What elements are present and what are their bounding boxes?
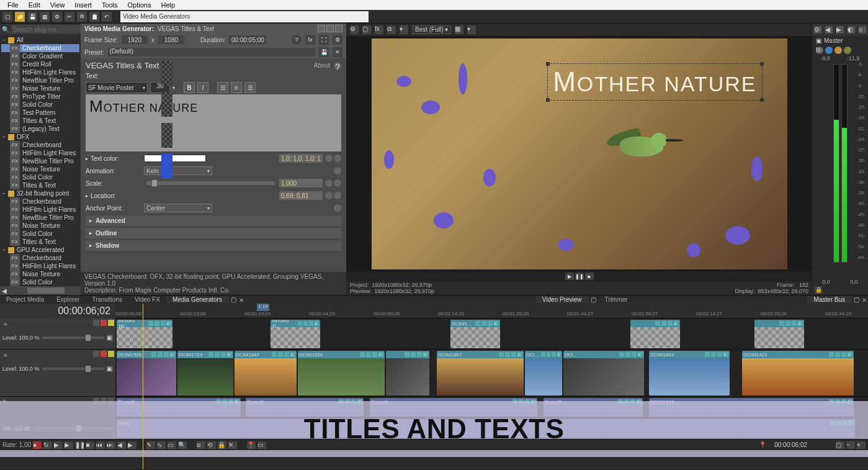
tree-item[interactable]: FXNoise Texture bbox=[1, 84, 79, 93]
auto-ripple-button[interactable]: ⟲ bbox=[207, 441, 216, 449]
grid-icon[interactable]: ▦ bbox=[455, 25, 463, 34]
render-icon[interactable]: ▦ bbox=[40, 12, 50, 22]
pause-button[interactable]: ❚❚ bbox=[575, 273, 584, 280]
tree-item[interactable]: FXNoise Texture bbox=[1, 222, 79, 230]
tree-item[interactable]: FXTitles & Text bbox=[1, 117, 79, 125]
clip[interactable]: DCIM1029≡ bbox=[298, 351, 385, 395]
clip[interactable]: ≡ bbox=[386, 351, 429, 395]
reset-icon[interactable] bbox=[334, 192, 341, 199]
playhead[interactable] bbox=[143, 304, 143, 469]
shadow-section[interactable]: ▸Shadow bbox=[86, 240, 341, 251]
master-fx-icon[interactable]: fx bbox=[816, 47, 823, 54]
clip[interactable]: DCI...≡ bbox=[525, 351, 562, 395]
record-button[interactable]: ● bbox=[33, 441, 42, 449]
tab-undock-icon[interactable]: ▢ bbox=[228, 296, 239, 303]
tab-explorer[interactable]: Explorer bbox=[50, 296, 86, 303]
tree-item[interactable]: FXCheckerboard bbox=[1, 44, 79, 52]
tree-item[interactable]: FXNewBlue Titler Pro bbox=[1, 157, 79, 165]
tree-item[interactable]: FXTest Pattern bbox=[1, 109, 79, 117]
about-link[interactable]: About bbox=[314, 62, 330, 69]
menu-view[interactable]: View bbox=[45, 1, 70, 9]
tree-folder[interactable]: −GPU Accelerated bbox=[1, 246, 79, 254]
menu-tools[interactable]: Tools bbox=[97, 1, 123, 9]
preview-settings-icon[interactable]: ⚙ bbox=[350, 25, 359, 34]
next-frame-button[interactable]: ▶ bbox=[128, 441, 136, 449]
master-mute-icon[interactable] bbox=[825, 47, 833, 54]
copy-icon[interactable]: ⧉ bbox=[77, 12, 87, 22]
tab-transitions[interactable]: Transitions bbox=[86, 296, 128, 303]
advanced-section[interactable]: ▸Advanced bbox=[86, 215, 341, 226]
properties-icon[interactable]: ⚙ bbox=[52, 12, 62, 22]
play-button[interactable]: ▶ bbox=[65, 441, 73, 449]
go-end-button[interactable]: ⏭ bbox=[107, 441, 115, 449]
next-icon[interactable]: ▶ bbox=[836, 26, 844, 34]
align-left-button[interactable]: ☰ bbox=[217, 82, 228, 93]
master-settings-icon[interactable]: ⚙ bbox=[814, 26, 821, 34]
tab-master-bus[interactable]: Master Bus bbox=[807, 296, 851, 303]
tree-item[interactable]: FXCheckerboard bbox=[1, 254, 79, 262]
tree-hscroll[interactable]: ◀ bbox=[0, 286, 81, 295]
tree-item[interactable]: FXCheckerboard bbox=[1, 141, 79, 149]
delete-preset-icon[interactable]: ✕ bbox=[333, 47, 342, 57]
reset-icon[interactable] bbox=[334, 167, 341, 174]
mute-icon[interactable] bbox=[101, 351, 107, 357]
prev-icon[interactable]: ◀ bbox=[825, 26, 833, 34]
tree-item[interactable]: FXHitFilm Light Flares bbox=[1, 262, 79, 270]
marker-button[interactable]: 📍 bbox=[247, 441, 256, 449]
open-icon[interactable]: 📁 bbox=[15, 12, 25, 22]
scale-slider[interactable] bbox=[146, 181, 274, 185]
duration-input[interactable] bbox=[229, 35, 266, 44]
tab-video-preview[interactable]: Video Preview bbox=[536, 296, 588, 303]
master-expand-icon[interactable]: ▣ bbox=[816, 37, 821, 44]
frame-height-input[interactable] bbox=[158, 35, 184, 44]
frame-width-input[interactable] bbox=[122, 35, 148, 44]
play-start-button[interactable]: ▶ bbox=[54, 441, 63, 449]
clip[interactable]: ≡ bbox=[630, 320, 680, 348]
split-icon[interactable]: ⧉ bbox=[387, 25, 396, 34]
reset-icon[interactable] bbox=[334, 179, 341, 187]
menu-insert[interactable]: Insert bbox=[69, 1, 97, 9]
mute-icon[interactable] bbox=[101, 320, 107, 326]
tree-folder[interactable]: −OFX bbox=[1, 133, 79, 141]
save-preset-icon[interactable]: 💾 bbox=[319, 47, 329, 57]
reset-icon[interactable] bbox=[334, 155, 341, 162]
edit-tool-button[interactable]: ✎ bbox=[146, 441, 155, 449]
preset-thumb[interactable] bbox=[161, 154, 172, 179]
grid-view-icon[interactable] bbox=[326, 25, 334, 32]
text-color-swatch[interactable] bbox=[144, 155, 206, 162]
tree-item[interactable]: FXHitFilm Light Flares bbox=[1, 206, 79, 214]
pause-button[interactable]: ❚❚ bbox=[75, 441, 84, 449]
expand-icon[interactable]: ▣ bbox=[107, 335, 113, 341]
menu-edit[interactable]: Edit bbox=[24, 1, 45, 9]
master-solo-icon[interactable] bbox=[834, 47, 842, 54]
overlay-icon[interactable]: ▾ bbox=[467, 25, 476, 34]
tab-trimmer[interactable]: Trimmer bbox=[599, 296, 634, 303]
keyframe-icon[interactable] bbox=[325, 192, 333, 199]
track-header[interactable]: ≡ Level: 100,0 %▣ bbox=[0, 350, 115, 396]
solo-icon[interactable] bbox=[108, 351, 114, 357]
stop-button[interactable]: ■ bbox=[585, 273, 594, 280]
location-value[interactable] bbox=[279, 191, 323, 200]
fx-icon[interactable]: fx bbox=[305, 35, 315, 45]
clip[interactable]: DCIM1867≡ bbox=[437, 351, 524, 395]
text-canvas[interactable]: MMother natureother nature bbox=[86, 94, 341, 151]
new-project-icon[interactable]: ▢ bbox=[2, 12, 12, 22]
tab-undock-icon[interactable]: ▢ bbox=[851, 296, 862, 303]
lock-icon[interactable]: 🔒 bbox=[815, 286, 822, 294]
select-tool-button[interactable]: ▭ bbox=[168, 441, 176, 449]
tree-item[interactable]: FXSolid Color bbox=[1, 230, 79, 238]
keyframe-icon[interactable] bbox=[325, 155, 333, 162]
stop-button[interactable]: ■ bbox=[86, 441, 94, 449]
paste-icon[interactable]: 📋 bbox=[89, 12, 99, 22]
clip[interactable]: DCIM1723≡ bbox=[177, 351, 233, 395]
envelope-tool-button[interactable]: ∿ bbox=[157, 441, 166, 449]
tree-folder[interactable]: −All bbox=[1, 36, 79, 44]
title-overlay-box[interactable]: Mother nature bbox=[547, 63, 762, 101]
bold-button[interactable]: B bbox=[184, 82, 195, 93]
clip[interactable]: DCI...≡ bbox=[563, 351, 644, 395]
tree-item[interactable]: FXSolid Color bbox=[1, 278, 79, 286]
clip[interactable]: VEGAS Titl...≡ bbox=[117, 320, 172, 348]
track-fx-icon[interactable] bbox=[93, 320, 99, 326]
prev-frame-button[interactable]: ◀ bbox=[117, 441, 126, 449]
tab-undock-icon[interactable]: ▢ bbox=[588, 296, 599, 303]
